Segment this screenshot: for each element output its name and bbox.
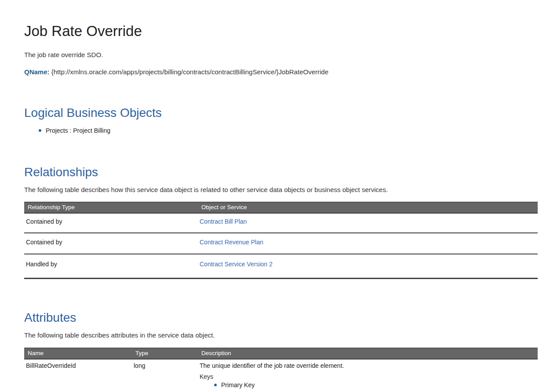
bullet-icon: [214, 384, 217, 386]
relationships-intro: The following table describes how this s…: [24, 186, 538, 194]
qname-value: {http://xmlns.oracle.com/apps/projects/b…: [51, 68, 328, 76]
object-or-service-link[interactable]: Contract Bill Plan: [200, 218, 247, 225]
object-or-service-cell: Contract Service Version 2: [198, 254, 538, 279]
table-header-row: Name Type Description: [24, 348, 538, 359]
relationships-table: Relationship Type Object or Service Cont…: [24, 202, 538, 279]
column-header-relationship-type: Relationship Type: [24, 202, 198, 213]
attributes-heading: Attributes: [24, 311, 538, 325]
list-item-label: Projects : Project Billing: [46, 127, 110, 134]
relationship-type-cell: Contained by: [24, 233, 198, 254]
key-item: Primary Key: [214, 381, 534, 388]
relationship-type-cell: Handled by: [24, 254, 198, 279]
keys-label: Keys: [200, 373, 534, 380]
column-header-name: Name: [24, 348, 132, 359]
column-header-description: Description: [198, 348, 538, 359]
qname-label: QName:: [24, 68, 50, 76]
attribute-description-cell: The unique identifier of the job rate ov…: [198, 359, 538, 392]
attributes-table: Name Type Description BillRateOverrideId…: [24, 348, 538, 392]
key-item-label: Primary Key: [221, 381, 255, 388]
object-or-service-link[interactable]: Contract Revenue Plan: [200, 239, 263, 246]
table-header-row: Relationship Type Object or Service: [24, 202, 538, 213]
keys-list: Primary Key: [200, 381, 534, 388]
page-description: The job rate override SDO.: [24, 51, 538, 59]
attribute-description-text: The unique identifier of the job rate ov…: [200, 362, 534, 369]
qname-row: QName: {http://xmlns.oracle.com/apps/pro…: [24, 68, 538, 76]
document-body: Job Rate Override The job rate override …: [0, 23, 539, 392]
relationships-heading: Relationships: [24, 165, 538, 179]
attributes-intro: The following table describes attributes…: [24, 331, 538, 339]
table-row: BillRateOverrideId long The unique ident…: [24, 359, 538, 392]
object-or-service-cell: Contract Revenue Plan: [198, 233, 538, 254]
column-header-object-or-service: Object or Service: [198, 202, 538, 213]
column-header-type: Type: [132, 348, 198, 359]
attribute-type-cell: long: [132, 359, 198, 392]
relationship-type-cell: Contained by: [24, 213, 198, 233]
logical-business-objects-list: Projects : Project Billing: [24, 127, 538, 134]
object-or-service-cell: Contract Bill Plan: [198, 213, 538, 233]
table-row: Contained by Contract Revenue Plan: [24, 233, 538, 254]
object-or-service-link[interactable]: Contract Service Version 2: [200, 261, 273, 268]
list-item: Projects : Project Billing: [39, 127, 538, 134]
table-row: Handled by Contract Service Version 2: [24, 254, 538, 279]
table-row: Contained by Contract Bill Plan: [24, 213, 538, 233]
attribute-name-cell: BillRateOverrideId: [24, 359, 132, 392]
bullet-icon: [39, 129, 41, 132]
logical-business-objects-heading: Logical Business Objects: [24, 106, 538, 120]
page-title: Job Rate Override: [24, 23, 538, 40]
